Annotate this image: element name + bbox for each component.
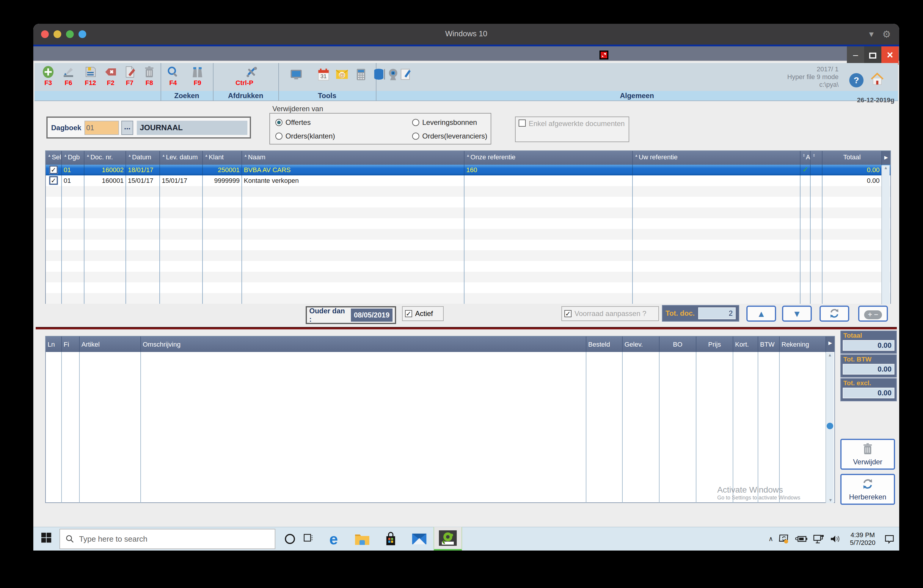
row-checkbox[interactable]: ✓ bbox=[50, 166, 57, 174]
dagboek-input[interactable]: 01 bbox=[84, 121, 119, 135]
taskbar-file-explorer-icon[interactable] bbox=[348, 527, 376, 550]
col-gelev[interactable]: Gelev. bbox=[622, 337, 660, 352]
col-bo[interactable]: BO bbox=[660, 337, 696, 352]
tray-network-icon[interactable] bbox=[813, 534, 824, 544]
email-button[interactable]: @ bbox=[335, 67, 349, 81]
toolbar: Zoeken Afdrukken Tools Algemeen F3 F6 F1… bbox=[34, 63, 898, 101]
taskbar-edge-icon[interactable]: e bbox=[319, 527, 348, 550]
window-maximize-button[interactable] bbox=[864, 46, 881, 65]
col-kort[interactable]: Kort. bbox=[733, 337, 758, 352]
table-row[interactable] bbox=[46, 218, 890, 229]
taskbar-mail-icon[interactable] bbox=[405, 527, 434, 550]
window-close-button[interactable]: × bbox=[881, 46, 898, 65]
lines-table-scrollbar[interactable]: ▲ ▼ bbox=[826, 353, 834, 503]
find-button[interactable]: F9 bbox=[187, 66, 207, 87]
delete-document-button[interactable]: F8 bbox=[139, 66, 159, 87]
enkel-checkbox[interactable] bbox=[519, 120, 526, 126]
col-datum[interactable]: ▲Datum bbox=[126, 151, 160, 165]
edit-button[interactable]: F6 bbox=[58, 66, 79, 87]
col-naam[interactable]: ▲Naam bbox=[242, 151, 465, 165]
col-totaal[interactable]: Totaal bbox=[823, 151, 882, 165]
table-row[interactable]: ✓0116000218/01/17250001BVBA AV CARS160✓0… bbox=[46, 165, 890, 176]
move-down-button[interactable]: ▼ bbox=[782, 305, 812, 322]
tray-chevron-icon[interactable]: ∧ bbox=[769, 535, 773, 543]
save-button[interactable]: F12 bbox=[80, 66, 100, 87]
vm-menu-caret-icon[interactable]: ▼ bbox=[868, 30, 875, 39]
table-row[interactable] bbox=[46, 293, 890, 304]
table-row[interactable] bbox=[46, 272, 890, 283]
document-pen-icon bbox=[123, 66, 136, 79]
action-center-icon[interactable] bbox=[884, 534, 895, 544]
taskbar-search-input[interactable]: Type here to search bbox=[59, 529, 275, 549]
radio-orders-leveranciers[interactable]: Orders(leveranciers) bbox=[412, 132, 487, 140]
col-a[interactable]: ⇕A bbox=[800, 151, 811, 165]
radio-leveringsbonnen[interactable]: Leveringsbonnen bbox=[412, 118, 477, 126]
tray-battery-icon[interactable] bbox=[795, 535, 808, 543]
col-sel[interactable]: ▲Sel bbox=[46, 151, 62, 165]
calculator-button[interactable] bbox=[354, 67, 368, 81]
task-view-button[interactable] bbox=[303, 533, 314, 545]
table-row[interactable] bbox=[46, 240, 890, 250]
table-row[interactable] bbox=[46, 283, 890, 293]
col-besteld[interactable]: Besteld bbox=[586, 337, 622, 352]
actief-checkbox[interactable]: ✓ bbox=[405, 310, 412, 317]
col-ln[interactable]: Ln bbox=[46, 337, 62, 352]
col-fi[interactable]: Fi bbox=[62, 337, 80, 352]
table-row[interactable] bbox=[46, 186, 890, 197]
col-lev-datum[interactable]: ▲Lev. datum bbox=[160, 151, 203, 165]
row-checkbox[interactable]: ✓ bbox=[50, 177, 57, 184]
refresh-button[interactable] bbox=[820, 305, 849, 322]
dagboek-lookup-button[interactable]: ... bbox=[122, 121, 133, 135]
note-edit-button[interactable] bbox=[399, 67, 413, 81]
modify-document-button[interactable]: F7 bbox=[120, 66, 140, 87]
tray-volume-icon[interactable] bbox=[829, 534, 841, 544]
cancel-document-button[interactable]: F2 bbox=[100, 66, 121, 87]
print-setup-button[interactable]: Ctrl-P bbox=[231, 66, 258, 87]
calendar-button[interactable]: 31 bbox=[316, 67, 331, 81]
vm-settings-gear-icon[interactable]: ⚙ bbox=[882, 28, 891, 40]
radio-offertes[interactable]: Offertes bbox=[275, 118, 311, 126]
voorraad-checkbox[interactable]: ✓ bbox=[564, 310, 572, 317]
cortana-button[interactable] bbox=[285, 534, 295, 544]
taskbar-active-app-icon[interactable] bbox=[434, 527, 462, 550]
window-minimize-button[interactable]: – bbox=[847, 46, 864, 65]
tray-sync-icon[interactable] bbox=[778, 534, 790, 544]
col-spacer[interactable]: ⇕ bbox=[811, 151, 823, 165]
col-rekening[interactable]: Rekening bbox=[780, 337, 826, 352]
table-row[interactable] bbox=[46, 229, 890, 240]
radio-orders-klanten[interactable]: Orders(klanten) bbox=[275, 132, 335, 140]
table-row[interactable] bbox=[46, 250, 890, 261]
col-doc-nr[interactable]: ▲Doc. nr. bbox=[84, 151, 126, 165]
col-omschrijving[interactable]: Omschrijving bbox=[141, 337, 586, 352]
table-row[interactable] bbox=[46, 207, 890, 218]
new-button[interactable]: F3 bbox=[38, 66, 58, 87]
taskbar-store-icon[interactable] bbox=[376, 527, 405, 550]
scroll-right-button[interactable]: ▶ bbox=[826, 337, 834, 352]
search-button[interactable]: F4 bbox=[163, 66, 183, 87]
scroll-right-button[interactable]: ▶ bbox=[882, 151, 890, 165]
col-btw[interactable]: BTW bbox=[758, 337, 780, 352]
table-row[interactable]: ✓0116000115/01/1715/01/179999999Kontante… bbox=[46, 176, 890, 186]
scrollbar-thumb[interactable] bbox=[827, 423, 833, 429]
plus-minus-button[interactable]: + − bbox=[858, 305, 888, 322]
start-button[interactable] bbox=[33, 533, 59, 545]
help-icon[interactable]: ? bbox=[849, 73, 864, 87]
database-button[interactable] bbox=[372, 67, 387, 81]
table-row[interactable] bbox=[46, 261, 890, 272]
col-prijs[interactable]: Prijs bbox=[696, 337, 733, 352]
move-up-button[interactable]: ▲ bbox=[746, 305, 776, 322]
print-preview-button[interactable] bbox=[289, 67, 303, 81]
taskbar-clock[interactable]: 4:39 PM 5/7/2020 bbox=[846, 531, 879, 547]
col-onze-referentie[interactable]: ▲Onze referentie bbox=[465, 151, 633, 165]
verwijder-button[interactable]: Verwijder bbox=[840, 439, 895, 470]
ouder-dan-date-input[interactable]: 08/05/2019 bbox=[351, 309, 393, 322]
herbereken-button[interactable]: Herbereken bbox=[840, 474, 895, 505]
col-artikel[interactable]: Artikel bbox=[80, 337, 141, 352]
doc-table-scrollbar[interactable]: ▲ bbox=[881, 165, 890, 304]
col-dgb[interactable]: ▲Dgb bbox=[62, 151, 84, 165]
home-icon[interactable] bbox=[869, 71, 885, 89]
webcam-button[interactable] bbox=[386, 67, 400, 81]
col-klant[interactable]: ▲Klant bbox=[203, 151, 242, 165]
col-uw-referentie[interactable]: ▲Uw referentie bbox=[633, 151, 800, 165]
table-row[interactable] bbox=[46, 197, 890, 207]
